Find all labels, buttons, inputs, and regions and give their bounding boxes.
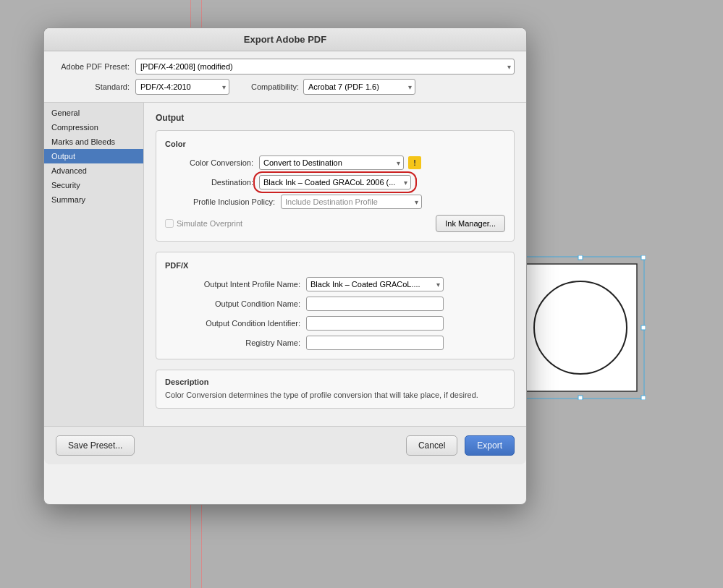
dialog-top-form: Adobe PDF Preset: [PDF/X-4:2008] (modifi… [44,51,526,103]
output-condition-id-row: Output Condition Identifier: [165,316,505,331]
dialog-footer: Save Preset... Cancel Export [44,426,526,464]
registry-name-label: Registry Name: [165,338,306,347]
profile-policy-select[interactable]: Include Destination Profile [281,195,422,209]
ink-manager-button[interactable]: Ink Manager... [436,215,505,232]
export-pdf-dialog: Export Adobe PDF Adobe PDF Preset: [PDF/… [43,27,527,505]
compatibility-select-wrapper: Acrobat 7 (PDF 1.6) [303,79,415,95]
output-condition-name-label: Output Condition Name: [165,299,306,308]
svg-rect-10 [524,264,637,391]
color-conversion-row: Color Conversion: Convert to Destination… [165,155,505,170]
registry-name-row: Registry Name: [165,336,505,350]
output-condition-name-row: Output Condition Name: [165,297,505,311]
standard-label: Standard: [56,82,135,91]
dialog-main: General Compression Marks and Bleeds Out… [44,103,526,426]
standard-select-wrapper: PDF/X-4:2010 [135,79,229,95]
sidebar-item-marks-bleeds[interactable]: Marks and Bleeds [44,135,143,149]
sidebar-item-compression[interactable]: Compression [44,120,143,135]
preset-row: Adobe PDF Preset: [PDF/X-4:2008] (modifi… [56,59,515,74]
simulate-overprint-label: Simulate Overprint [177,219,242,228]
color-conversion-select-wrapper: Convert to Destination [259,155,404,170]
dialog-body: Adobe PDF Preset: [PDF/X-4:2008] (modifi… [44,51,526,464]
footer-left: Save Preset... [56,435,135,456]
profile-policy-label: Profile Inclusion Policy: [165,197,281,206]
profile-policy-select-wrapper: Include Destination Profile [281,195,422,209]
simulate-overprint-checkbox-label[interactable]: Simulate Overprint [165,219,242,228]
pdfx-section-box: PDF/X Output Intent Profile Name: Black … [156,252,515,359]
description-section: Description Color Conversion determines … [156,370,515,409]
dialog-title: Export Adobe PDF [244,34,326,45]
destination-select[interactable]: Black Ink – Coated GRACoL 2006 (... [259,175,411,189]
standard-select[interactable]: PDF/X-4:2010 [135,79,229,95]
preset-select-wrapper: [PDF/X-4:2008] (modified) [135,59,515,74]
output-condition-id-label: Output Condition Identifier: [165,319,306,328]
compatibility-label: Compatibility: [251,82,299,91]
destination-label: Destination: [165,178,259,187]
export-button[interactable]: Export [465,435,515,456]
output-condition-id-input[interactable] [306,316,444,331]
destination-row: Destination: Black Ink – Coated GRACoL 2… [165,175,505,189]
svg-rect-5 [641,325,646,330]
sidebar-item-general[interactable]: General [44,106,143,120]
color-conversion-label: Color Conversion: [165,158,259,167]
color-section-title: Color [165,140,505,148]
sidebar-item-summary[interactable]: Summary [44,192,143,207]
svg-rect-7 [578,396,583,400]
standard-compat-row: Standard: PDF/X-4:2010 Compatibility: Ac… [56,79,515,95]
output-intent-label: Output Intent Profile Name: [165,280,306,289]
pdfx-section-title: PDF/X [165,261,505,270]
description-text: Color Conversion determines the type of … [165,390,505,401]
output-section-title: Output [156,113,515,123]
output-intent-row: Output Intent Profile Name: Black Ink – … [165,277,505,291]
canvas-artwork: ⛓ [515,255,646,400]
warning-icon: ! [408,156,421,169]
svg-rect-2 [578,255,583,260]
color-section-box: Color Color Conversion: Convert to Desti… [156,130,515,242]
dialog-titlebar: Export Adobe PDF [44,28,526,51]
profile-policy-row: Profile Inclusion Policy: Include Destin… [165,195,505,209]
sidebar-item-advanced[interactable]: Advanced [44,163,143,178]
simulate-row: Simulate Overprint Ink Manager... [165,215,505,232]
output-intent-select[interactable]: Black Ink – Coated GRACoL.... [306,277,444,291]
sidebar-item-security[interactable]: Security [44,178,143,192]
footer-right: Cancel Export [406,435,515,456]
sidebar-item-output[interactable]: Output [44,149,143,163]
cancel-button[interactable]: Cancel [406,435,457,456]
sidebar: General Compression Marks and Bleeds Out… [44,103,144,426]
output-intent-select-wrapper: Black Ink – Coated GRACoL.... [306,277,444,291]
content-panel: Output Color Color Conversion: Convert t… [144,103,526,426]
destination-select-wrapper: Black Ink – Coated GRACoL 2006 (... [259,175,411,189]
destination-wrapper: Black Ink – Coated GRACoL 2006 (... [259,175,411,189]
svg-rect-3 [641,255,646,260]
save-preset-button[interactable]: Save Preset... [56,435,135,456]
color-conversion-select[interactable]: Convert to Destination [259,155,404,170]
compatibility-select[interactable]: Acrobat 7 (PDF 1.6) [303,79,415,95]
preset-select[interactable]: [PDF/X-4:2008] (modified) [135,59,515,74]
registry-name-input[interactable] [306,336,444,350]
description-title: Description [165,378,505,386]
output-condition-name-input[interactable] [306,297,444,311]
preset-label: Adobe PDF Preset: [56,62,135,71]
simulate-overprint-checkbox[interactable] [165,219,174,228]
svg-rect-8 [641,396,646,400]
